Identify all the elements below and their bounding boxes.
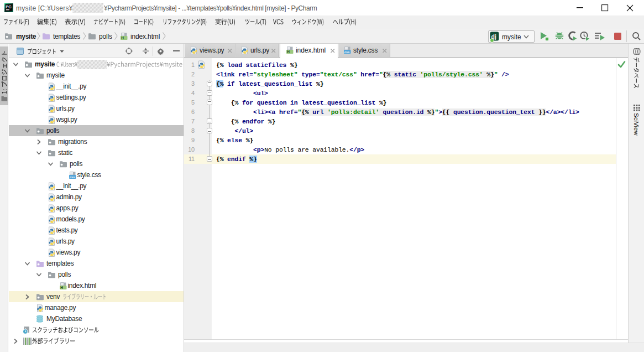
svg-text:css: css xyxy=(70,175,75,179)
svg-text:css: css xyxy=(344,50,349,54)
svg-text:PC: PC xyxy=(6,4,12,9)
svg-text:H: H xyxy=(60,286,63,289)
svg-text:H: H xyxy=(121,36,124,40)
svg-text:H: H xyxy=(287,50,290,54)
